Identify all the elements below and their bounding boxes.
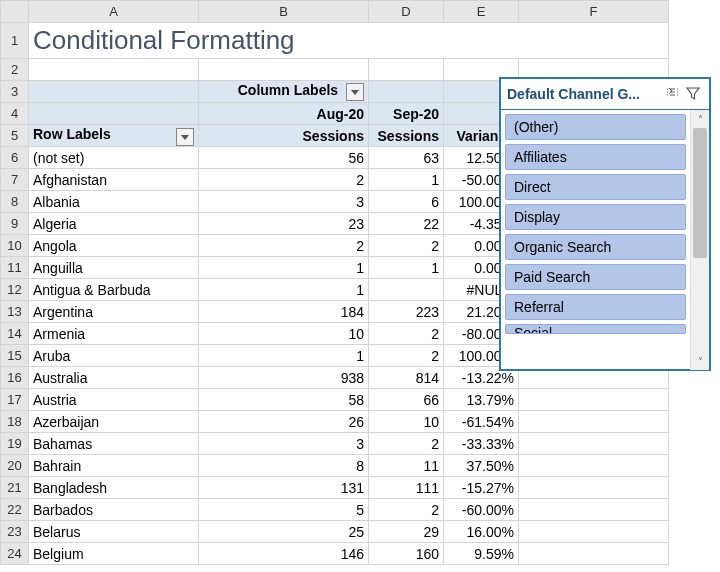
row-label[interactable]: (not set) <box>29 147 199 169</box>
sessions1-cell[interactable]: 146 <box>199 543 369 565</box>
sessions2-cell[interactable] <box>369 279 444 301</box>
row-header[interactable]: 8 <box>1 191 29 213</box>
sessions2-cell[interactable]: 2 <box>369 235 444 257</box>
row-header[interactable]: 10 <box>1 235 29 257</box>
table-row[interactable]: 23Belarus252916.00% <box>1 521 669 543</box>
sessions2-cell[interactable]: 1 <box>369 257 444 279</box>
empty-cell[interactable] <box>519 433 669 455</box>
sessions1-cell[interactable]: 23 <box>199 213 369 235</box>
sessions2-cell[interactable]: 66 <box>369 389 444 411</box>
variance-cell[interactable]: 13.79% <box>444 389 519 411</box>
row-header[interactable]: 9 <box>1 213 29 235</box>
sessions2-cell[interactable]: 814 <box>369 367 444 389</box>
slicer-scrollbar[interactable]: ˄ ˅ <box>690 110 709 370</box>
sessions1-cell[interactable]: 10 <box>199 323 369 345</box>
variance-cell[interactable]: -33.33% <box>444 433 519 455</box>
row-label[interactable]: Anguilla <box>29 257 199 279</box>
scroll-down-icon[interactable]: ˅ <box>691 352 709 370</box>
scroll-up-icon[interactable]: ˄ <box>691 110 709 128</box>
table-row[interactable]: 19Bahamas32-33.33% <box>1 433 669 455</box>
row-label[interactable]: Afghanistan <box>29 169 199 191</box>
empty-cell[interactable] <box>519 543 669 565</box>
variance-cell[interactable]: -61.54% <box>444 411 519 433</box>
table-row[interactable]: 22Barbados52-60.00% <box>1 499 669 521</box>
row-header[interactable]: 7 <box>1 169 29 191</box>
empty-cell[interactable] <box>519 521 669 543</box>
row-header[interactable]: 21 <box>1 477 29 499</box>
sessions2-cell[interactable]: 6 <box>369 191 444 213</box>
table-row[interactable]: 24Belgium1461609.59% <box>1 543 669 565</box>
sessions2-cell[interactable]: 2 <box>369 323 444 345</box>
variance-cell[interactable]: -15.27% <box>444 477 519 499</box>
col-header-B[interactable]: B <box>199 1 369 23</box>
row-header[interactable]: 3 <box>1 81 29 103</box>
sessions2-cell[interactable]: 2 <box>369 433 444 455</box>
clear-filter-icon[interactable] <box>683 84 703 104</box>
sessions2-cell[interactable]: 1 <box>369 169 444 191</box>
sessions2-cell[interactable]: 160 <box>369 543 444 565</box>
row-header[interactable]: 6 <box>1 147 29 169</box>
slicer-item[interactable]: Paid Search <box>505 264 686 290</box>
table-row[interactable]: 21Bangladesh131111-15.27% <box>1 477 669 499</box>
sessions1-cell[interactable]: 26 <box>199 411 369 433</box>
variance-cell[interactable]: -60.00% <box>444 499 519 521</box>
row-header[interactable]: 23 <box>1 521 29 543</box>
sessions1-cell[interactable]: 1 <box>199 257 369 279</box>
sessions1-cell[interactable]: 1 <box>199 279 369 301</box>
slicer-item[interactable]: Social <box>505 324 686 334</box>
row-header[interactable]: 16 <box>1 367 29 389</box>
slicer-item[interactable]: Organic Search <box>505 234 686 260</box>
sessions1-cell[interactable]: 58 <box>199 389 369 411</box>
row-label[interactable]: Albania <box>29 191 199 213</box>
corner-cell[interactable] <box>1 1 29 23</box>
row-header[interactable]: 5 <box>1 125 29 147</box>
row-header[interactable]: 19 <box>1 433 29 455</box>
empty-cell[interactable] <box>519 389 669 411</box>
slicer-item[interactable]: (Other) <box>505 114 686 140</box>
sessions2-cell[interactable]: 29 <box>369 521 444 543</box>
row-label[interactable]: Angola <box>29 235 199 257</box>
slicer-default-channel-group[interactable]: Default Channel G... (Other)AffiliatesDi… <box>500 78 710 370</box>
row-header[interactable]: 15 <box>1 345 29 367</box>
row-header[interactable]: 1 <box>1 23 29 59</box>
variance-cell[interactable]: 37.50% <box>444 455 519 477</box>
row-header[interactable]: 2 <box>1 59 29 81</box>
row-header[interactable]: 12 <box>1 279 29 301</box>
slicer-item[interactable]: Display <box>505 204 686 230</box>
sessions1-cell[interactable]: 3 <box>199 191 369 213</box>
row-label[interactable]: Belgium <box>29 543 199 565</box>
row-header[interactable]: 22 <box>1 499 29 521</box>
row-label[interactable]: Bahrain <box>29 455 199 477</box>
sessions1-cell[interactable]: 1 <box>199 345 369 367</box>
sessions2-cell[interactable]: 10 <box>369 411 444 433</box>
empty-cell[interactable] <box>519 499 669 521</box>
sessions1-cell[interactable]: 8 <box>199 455 369 477</box>
row-labels-dropdown[interactable] <box>176 128 194 146</box>
sessions1-cell[interactable]: 184 <box>199 301 369 323</box>
row-labels-cell[interactable]: Row Labels <box>29 125 199 147</box>
row-header[interactable]: 20 <box>1 455 29 477</box>
row-label[interactable]: Australia <box>29 367 199 389</box>
row-header[interactable]: 17 <box>1 389 29 411</box>
sessions2-cell[interactable]: 63 <box>369 147 444 169</box>
row-label[interactable]: Azerbaijan <box>29 411 199 433</box>
slicer-item[interactable]: Affiliates <box>505 144 686 170</box>
col-header-F[interactable]: F <box>519 1 669 23</box>
sessions1-cell[interactable]: 938 <box>199 367 369 389</box>
table-row[interactable]: 20Bahrain81137.50% <box>1 455 669 477</box>
row-label[interactable]: Austria <box>29 389 199 411</box>
row-header[interactable]: 4 <box>1 103 29 125</box>
empty-cell[interactable] <box>519 477 669 499</box>
sessions2-cell[interactable]: 22 <box>369 213 444 235</box>
row-label[interactable]: Bahamas <box>29 433 199 455</box>
col-header-A[interactable]: A <box>29 1 199 23</box>
sessions1-cell[interactable]: 5 <box>199 499 369 521</box>
sessions1-cell[interactable]: 2 <box>199 235 369 257</box>
sessions2-cell[interactable]: 223 <box>369 301 444 323</box>
sessions1-cell[interactable]: 2 <box>199 169 369 191</box>
sessions2-cell[interactable]: 111 <box>369 477 444 499</box>
sessions2-cell[interactable]: 2 <box>369 345 444 367</box>
column-labels-dropdown[interactable] <box>346 83 364 101</box>
slicer-item[interactable]: Referral <box>505 294 686 320</box>
sessions1-cell[interactable]: 56 <box>199 147 369 169</box>
